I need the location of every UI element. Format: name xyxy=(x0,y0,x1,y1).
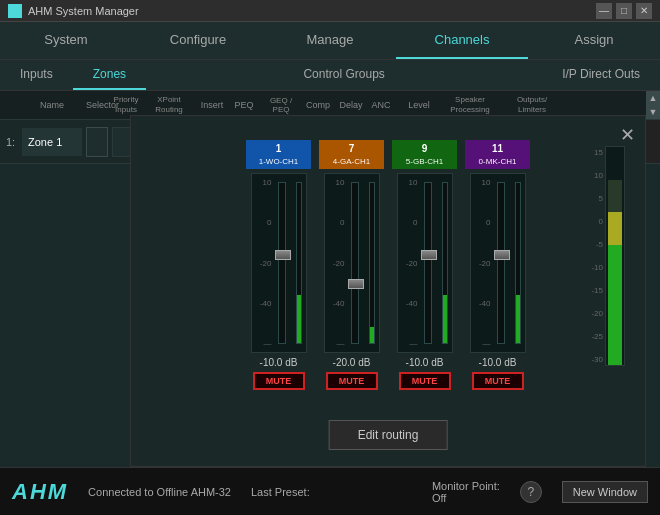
sub-nav: Inputs Zones Control Groups I/P Direct O… xyxy=(0,60,660,91)
channel-strip-1: 1 1-WO-CH1 10 0 -20 -40 — -10.0 dB xyxy=(246,140,311,390)
zone-number: 1: xyxy=(6,136,18,148)
tab-channels[interactable]: Channels xyxy=(396,22,528,59)
scale-area-7: 10 0 -20 -40 — xyxy=(329,174,347,352)
vu-red-off xyxy=(608,180,622,213)
header-geq: GEQ / PEQ xyxy=(262,96,300,114)
tab-manage[interactable]: Manage xyxy=(264,22,396,59)
channel-label-1: 1 1-WO-CH1 xyxy=(246,140,311,169)
channel-db-1: -10.0 dB xyxy=(260,357,298,368)
tab-system[interactable]: System xyxy=(0,22,132,59)
maximize-button[interactable]: □ xyxy=(616,3,632,19)
fader-container-9[interactable]: 10 0 -20 -40 — xyxy=(397,173,453,353)
fader-container-1[interactable]: 10 0 -20 -40 — xyxy=(251,173,307,353)
scale-area-1: 10 0 -20 -40 — xyxy=(256,174,274,352)
monitor-point-label: Monitor Point: Off xyxy=(432,480,500,504)
status-bar: AHM Connected to Offline AHM-32 Last Pre… xyxy=(0,467,660,515)
zone-selector[interactable] xyxy=(86,127,108,157)
vu-meter-1 xyxy=(296,182,302,344)
edit-routing-button[interactable]: Edit routing xyxy=(329,420,448,450)
app-title: AHM System Manager xyxy=(28,5,139,17)
header-selector: Selector xyxy=(86,100,108,110)
header-speaker: SpeakerProcessing xyxy=(446,95,494,114)
subnav-control-groups[interactable]: Control Groups xyxy=(283,60,404,90)
header-level: Level xyxy=(396,100,442,110)
close-button[interactable]: ✕ xyxy=(636,3,652,19)
modal-close-button[interactable]: ✕ xyxy=(620,124,635,146)
header-peq: PEQ xyxy=(230,100,258,110)
master-vu-scale: 15 10 5 0 -5 -10 -15 -20 -25 -30 xyxy=(583,146,603,366)
vu-meter-11 xyxy=(515,182,521,344)
tab-configure[interactable]: Configure xyxy=(132,22,264,59)
fader-track-7[interactable] xyxy=(351,182,359,344)
master-vu-meter xyxy=(605,146,625,366)
scroll-track xyxy=(646,120,660,163)
channel-db-11: -10.0 dB xyxy=(479,357,517,368)
vu-yellow xyxy=(608,212,622,245)
channel-db-7: -20.0 dB xyxy=(333,357,371,368)
help-button[interactable]: ? xyxy=(520,481,542,503)
channel-db-9: -10.0 dB xyxy=(406,357,444,368)
vu-green xyxy=(608,245,622,365)
scroll-down-header[interactable]: ▼ xyxy=(646,105,660,119)
subnav-inputs[interactable]: Inputs xyxy=(0,60,73,90)
mute-button-1[interactable]: MUTE xyxy=(253,372,305,390)
channel-strip-11: 11 0-MK-CH1 10 0 -20 -40 — -10.0 dB xyxy=(465,140,530,390)
header-delay: Delay xyxy=(336,100,366,110)
ahm-logo: AHM xyxy=(12,479,68,505)
last-preset-label: Last Preset: xyxy=(251,486,310,498)
scale-area-11: 10 0 -20 -40 — xyxy=(475,174,493,352)
tab-assign[interactable]: Assign xyxy=(528,22,660,59)
header-outputs: Outputs/Limiters xyxy=(498,95,566,114)
title-bar-left: AHM System Manager xyxy=(8,4,139,18)
fader-handle-1[interactable] xyxy=(275,250,291,260)
main-nav: System Configure Manage Channels Assign xyxy=(0,22,660,60)
channel-label-7: 7 4-GA-CH1 xyxy=(319,140,384,169)
channel-strip-9: 9 5-GB-CH1 10 0 -20 -40 — -10.0 dB xyxy=(392,140,457,390)
mute-button-7[interactable]: MUTE xyxy=(326,372,378,390)
fader-container-11[interactable]: 10 0 -20 -40 — xyxy=(470,173,526,353)
fader-track-11[interactable] xyxy=(497,182,505,344)
header-insert: Insert xyxy=(198,100,226,110)
channel-label-11: 11 0-MK-CH1 xyxy=(465,140,530,169)
header-name: Name xyxy=(22,100,82,110)
new-window-button[interactable]: New Window xyxy=(562,481,648,503)
connection-status: Connected to Offline AHM-32 xyxy=(88,486,231,498)
fader-handle-9[interactable] xyxy=(421,250,437,260)
fader-handle-11[interactable] xyxy=(494,250,510,260)
header-anc: ANC xyxy=(370,100,392,110)
channel-strips-container: 1 1-WO-CH1 10 0 -20 -40 — -10.0 dB xyxy=(147,140,629,390)
fader-handle-7[interactable] xyxy=(348,279,364,289)
header-xpoint: XPointRouting xyxy=(144,95,194,114)
mute-button-11[interactable]: MUTE xyxy=(472,372,524,390)
app-icon xyxy=(8,4,22,18)
scroll-up-header[interactable]: ▲ xyxy=(646,91,660,105)
channel-strip-7: 7 4-GA-CH1 10 0 -20 -40 — -20.0 dB xyxy=(319,140,384,390)
channel-label-9: 9 5-GB-CH1 xyxy=(392,140,457,169)
fader-track-9[interactable] xyxy=(424,182,432,344)
minimize-button[interactable]: — xyxy=(596,3,612,19)
channel-modal: ✕ 1 1-WO-CH1 10 0 -20 -40 — xyxy=(130,115,646,467)
title-bar-controls: — □ ✕ xyxy=(596,3,652,19)
subnav-ip-direct-outs[interactable]: I/P Direct Outs xyxy=(542,60,660,90)
fader-track-1[interactable] xyxy=(278,182,286,344)
mute-button-9[interactable]: MUTE xyxy=(399,372,451,390)
subnav-zones[interactable]: Zones xyxy=(73,60,146,90)
fader-container-7[interactable]: 10 0 -20 -40 — xyxy=(324,173,380,353)
title-bar: AHM System Manager — □ ✕ xyxy=(0,0,660,22)
vu-meter-7 xyxy=(369,182,375,344)
scale-area-9: 10 0 -20 -40 — xyxy=(402,174,420,352)
header-priority: PriorityInputs xyxy=(112,95,140,114)
header-comp: Comp xyxy=(304,100,332,110)
zone-name[interactable]: Zone 1 xyxy=(22,128,82,156)
vu-meter-9 xyxy=(442,182,448,344)
monitor-point-value: Off xyxy=(432,492,446,504)
